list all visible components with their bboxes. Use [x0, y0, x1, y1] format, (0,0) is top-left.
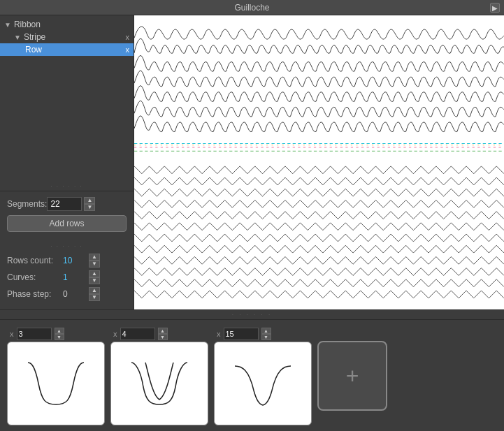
curve-group-2: x ▲ ▼	[110, 326, 208, 425]
add-rows-button[interactable]: Add rows	[7, 215, 127, 232]
curve-2-svg	[121, 352, 198, 415]
curve-3-svg	[224, 352, 301, 415]
curve-1-up[interactable]: ▲	[55, 328, 64, 334]
ornate-loops	[134, 56, 504, 132]
rows-count-label: Rows count:	[7, 256, 63, 265]
curves-down[interactable]: ▼	[89, 277, 100, 284]
rows-count-row: Rows count: 10 ▲ ▼	[7, 254, 127, 268]
curve-2-down[interactable]: ▼	[158, 334, 168, 340]
row-close[interactable]: x	[126, 45, 130, 54]
rows-count-value: 10	[63, 256, 88, 265]
curve-group-1: x ▲ ▼	[7, 326, 105, 425]
curve-1-svg	[17, 352, 94, 415]
curve-2-header: x ▲ ▼	[110, 326, 208, 342]
ribbon-arrow: ▼	[4, 21, 11, 29]
stripe-label: Stripe	[24, 32, 45, 42]
phase-step-label: Phase step:	[7, 289, 63, 299]
rows-count-down[interactable]: ▼	[89, 261, 100, 268]
curve-2-x-label: x	[113, 330, 117, 338]
controls-area: Segments: ▲ ▼ Add rows	[0, 191, 134, 242]
curve-1-spinner: ▲ ▼	[55, 328, 64, 340]
curves-value: 1	[63, 272, 88, 282]
canvas-area	[134, 15, 504, 309]
curve-3-x-label: x	[217, 330, 221, 338]
app-title: Guilloche	[234, 3, 269, 13]
plus-icon: +	[346, 365, 359, 387]
curve-3-spinner: ▲ ▼	[261, 328, 271, 340]
phase-step-down[interactable]: ▼	[89, 294, 100, 301]
curve-1-preview[interactable]	[7, 342, 105, 425]
phase-step-value: 0	[63, 289, 88, 299]
row-label: Row	[25, 45, 42, 54]
phase-step-spinner: ▲ ▼	[89, 287, 100, 301]
pattern-rows-top	[134, 27, 504, 53]
tree-row[interactable]: Row x	[0, 43, 134, 56]
curves-spinner: ▲ ▼	[89, 270, 100, 284]
phase-step-up[interactable]: ▲	[89, 287, 100, 294]
add-curve-button[interactable]: +	[317, 341, 387, 411]
divider-top: · · · · · ·	[0, 182, 134, 191]
curve-2-input[interactable]	[120, 328, 155, 340]
curve-3-preview[interactable]	[214, 342, 312, 425]
segments-input[interactable]	[47, 197, 82, 211]
curve-2-up[interactable]: ▲	[158, 328, 168, 334]
pattern-rows-bottom	[134, 166, 504, 298]
segments-row: Segments: ▲ ▼	[7, 197, 127, 211]
stripe-arrow: ▼	[14, 34, 21, 41]
segments-spinner: ▲ ▼	[47, 197, 95, 211]
segments-spinner-btns: ▲ ▼	[84, 197, 95, 211]
segments-label: Segments:	[7, 199, 47, 209]
divider-mid: · · · · · ·	[0, 242, 134, 251]
curve-3-input[interactable]	[224, 328, 259, 340]
left-panel: ▼ Ribbon ▼ Stripe x Row x · · · · · · Se…	[0, 15, 134, 309]
curve-3-up[interactable]: ▲	[261, 328, 271, 334]
guilloche-pattern	[134, 15, 504, 309]
curves-label: Curves:	[7, 272, 63, 282]
main-area: ▼ Ribbon ▼ Stripe x Row x · · · · · · Se…	[0, 15, 504, 309]
rows-count-up[interactable]: ▲	[89, 254, 100, 261]
params-area: Rows count: 10 ▲ ▼ Curves: 1 ▲ ▼ Phase s…	[0, 251, 134, 309]
export-button[interactable]: ▶	[490, 3, 500, 13]
phase-step-row: Phase step: 0 ▲ ▼	[7, 287, 127, 301]
bottom-divider: · · · · · ·	[0, 309, 504, 319]
title-bar: Guilloche ▶	[0, 0, 504, 15]
curve-1-header: x ▲ ▼	[7, 326, 105, 342]
curve-2-preview[interactable]	[110, 342, 208, 425]
curve-3-header: x ▲ ▼	[214, 326, 312, 342]
rows-count-spinner: ▲ ▼	[89, 254, 100, 268]
curve-3-down[interactable]: ▼	[261, 334, 271, 340]
segments-up[interactable]: ▲	[84, 197, 95, 204]
segments-down[interactable]: ▼	[84, 204, 95, 211]
ribbon-label: Ribbon	[14, 20, 41, 29]
tree-area: ▼ Ribbon ▼ Stripe x Row x	[0, 15, 134, 182]
curve-group-3: x ▲ ▼	[214, 326, 312, 425]
stripe-close[interactable]: x	[126, 33, 130, 41]
curves-row: Curves: 1 ▲ ▼	[7, 270, 127, 284]
curve-1-input[interactable]	[17, 328, 52, 340]
tree-stripe[interactable]: ▼ Stripe x	[0, 31, 134, 43]
curve-1-x-label: x	[10, 330, 14, 338]
tree-ribbon[interactable]: ▼ Ribbon	[0, 18, 134, 31]
curve-2-spinner: ▲ ▼	[158, 328, 168, 340]
bottom-panel: x ▲ ▼ x ▲ ▼	[0, 319, 504, 431]
curve-1-down[interactable]: ▼	[55, 334, 64, 340]
curves-up[interactable]: ▲	[89, 270, 100, 277]
